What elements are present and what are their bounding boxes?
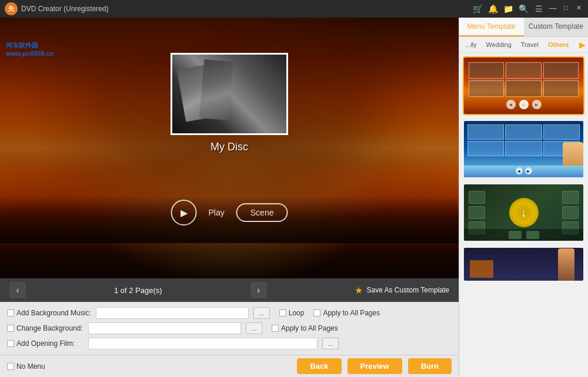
template-1-bg: ◄ ⌂ ►: [464, 58, 583, 114]
menu-template-tab[interactable]: Menu Template: [459, 18, 524, 36]
play-button[interactable]: ▶: [171, 200, 197, 225]
apply-all-bg-checkbox[interactable]: [272, 325, 279, 332]
custom-template-tab[interactable]: Custom Template: [524, 18, 589, 36]
cart-icon[interactable]: 🛒: [472, 3, 483, 15]
next-page-button[interactable]: ›: [250, 282, 267, 298]
category-tabs: ...ily Wedding Travel Others ▶: [459, 37, 588, 53]
bg-music-row: Add Background Music: ... Loop Apply to …: [7, 307, 452, 319]
change-bg-checkbox[interactable]: [7, 325, 14, 332]
template-tabs: Menu Template Custom Template: [459, 18, 588, 37]
bg-music-label: Add Background Music:: [7, 309, 91, 317]
watermark-text: 河东软件园www.pc0359.cn: [6, 41, 54, 57]
ctrl-dot-2: ⌂: [519, 100, 529, 109]
template-1-grid: [464, 58, 583, 102]
loop-checkbox[interactable]: [279, 309, 286, 317]
ctrl-dot-3: ►: [532, 100, 542, 109]
tmpl2-cell-2: [505, 124, 542, 140]
tmpl2-nav-2: ►: [525, 167, 532, 174]
change-bg-row: Change Background: ... Apply to All Page…: [7, 322, 452, 334]
action-row: No Menu Back Preview Burn: [0, 355, 459, 377]
tmpl3-right-2: [562, 206, 579, 219]
file-icon[interactable]: 📁: [502, 3, 514, 15]
back-button[interactable]: Back: [297, 358, 341, 374]
preview-area: 河东软件园www.pc0359.cn My Disc ▶ Play Scene: [0, 18, 459, 278]
template-4-person: [558, 248, 574, 281]
tmpl1-cell-3: [543, 62, 579, 79]
change-bg-input[interactable]: [88, 322, 241, 334]
bottom-controls: Add Background Music: ... Loop Apply to …: [0, 302, 459, 355]
family-tab[interactable]: ...ily: [462, 39, 480, 50]
window-controls: 🛒 🔔 📁 🔍 ☰ — □ ✕: [472, 3, 583, 15]
bg-music-input[interactable]: [96, 307, 249, 319]
change-bg-browse[interactable]: ...: [246, 322, 262, 334]
change-bg-label: Change Background:: [7, 324, 83, 332]
apply-all-bg-label: Apply to All Pages: [272, 324, 338, 332]
bell-icon[interactable]: 🔔: [487, 3, 499, 15]
app-title: DVD Creator (Unregistered): [21, 5, 472, 13]
scene-button[interactable]: Scene: [236, 203, 288, 222]
search-icon[interactable]: 🔍: [517, 3, 529, 15]
tmpl1-cell-1: [469, 62, 504, 79]
others-tab[interactable]: Others: [544, 39, 572, 50]
layers-icon[interactable]: ☰: [533, 3, 544, 15]
bg-music-browse[interactable]: ...: [253, 307, 270, 319]
left-panel: 河东软件园www.pc0359.cn My Disc ▶ Play Scene: [0, 18, 459, 377]
template-3-bg: ↓: [464, 184, 583, 241]
template-3-circle: ↓: [509, 198, 539, 227]
navigation-bar: ‹ 1 of 2 Page(s) › ★ Save As Custom Temp…: [0, 278, 459, 302]
page-info: 1 of 2 Page(s): [114, 286, 162, 295]
template-2-bg: ◄ ►: [464, 121, 583, 177]
template-4-shape: [470, 260, 493, 278]
tmpl2-cell-3: [543, 124, 580, 140]
play-label: Play: [209, 208, 225, 217]
wedding-tab[interactable]: Wedding: [483, 39, 515, 50]
category-arrow-icon[interactable]: ▶: [579, 40, 586, 49]
play-controls: ▶ Play Scene: [171, 200, 288, 225]
film-strip-2: [199, 59, 234, 120]
save-template-button[interactable]: ★ Save As Custom Template: [355, 285, 449, 296]
travel-tab[interactable]: Travel: [517, 39, 542, 50]
tmpl3-bottom-1: [509, 231, 522, 239]
star-icon: ★: [355, 285, 363, 296]
title-bar: 先 DVD Creator (Unregistered) 🛒 🔔 📁 🔍 ☰ —…: [0, 0, 588, 18]
opening-film-row: Add Opening Film: ...: [7, 338, 452, 349]
tmpl3-bottom-2: [526, 231, 539, 239]
opening-film-input[interactable]: [88, 338, 318, 349]
template-3-bottom: [464, 229, 583, 241]
template-item-2[interactable]: ◄ ►: [463, 120, 584, 179]
burn-button[interactable]: Burn: [408, 358, 452, 374]
close-button[interactable]: ✕: [574, 3, 583, 12]
no-menu-label: No Menu: [7, 362, 45, 371]
template-item-4[interactable]: [463, 247, 584, 282]
template-3-left-cells: [469, 191, 485, 234]
tmpl1-cell-5: [506, 80, 541, 97]
bg-music-checkbox[interactable]: [7, 309, 14, 317]
tmpl2-cell-4: [467, 141, 504, 156]
main-layout: 河东软件园www.pc0359.cn My Disc ▶ Play Scene: [0, 18, 588, 377]
prev-page-button[interactable]: ‹: [9, 282, 26, 298]
no-menu-checkbox[interactable]: [7, 363, 14, 370]
tmpl3-left-2: [469, 206, 485, 219]
preview-button[interactable]: Preview: [348, 358, 402, 374]
minimize-button[interactable]: —: [548, 3, 557, 12]
template-item-3[interactable]: ↓: [463, 183, 584, 242]
tmpl2-nav-1: ◄: [516, 167, 523, 174]
apply-all-music-checkbox[interactable]: [313, 309, 320, 317]
tmpl2-cell-1: [467, 124, 504, 140]
opening-film-label: Add Opening Film:: [7, 339, 83, 348]
opening-film-browse[interactable]: ...: [322, 338, 339, 349]
template-4-bg: [464, 248, 583, 281]
tmpl3-left-1: [469, 191, 485, 204]
template-1-controls: ◄ ⌂ ►: [506, 100, 542, 109]
template-list: ◄ ⌂ ►: [459, 53, 588, 377]
save-template-label: Save As Custom Template: [366, 286, 449, 294]
tmpl1-cell-2: [506, 62, 541, 79]
tmpl2-cell-5: [505, 141, 542, 156]
tmpl1-cell-4: [469, 80, 504, 97]
tmpl1-cell-6: [543, 80, 579, 97]
maximize-button[interactable]: □: [561, 3, 570, 12]
template-item-1[interactable]: ◄ ⌂ ►: [463, 56, 584, 115]
opening-film-checkbox[interactable]: [7, 340, 14, 347]
template-3-right-cells: [562, 191, 579, 234]
disc-thumbnail-inner: [172, 55, 286, 133]
